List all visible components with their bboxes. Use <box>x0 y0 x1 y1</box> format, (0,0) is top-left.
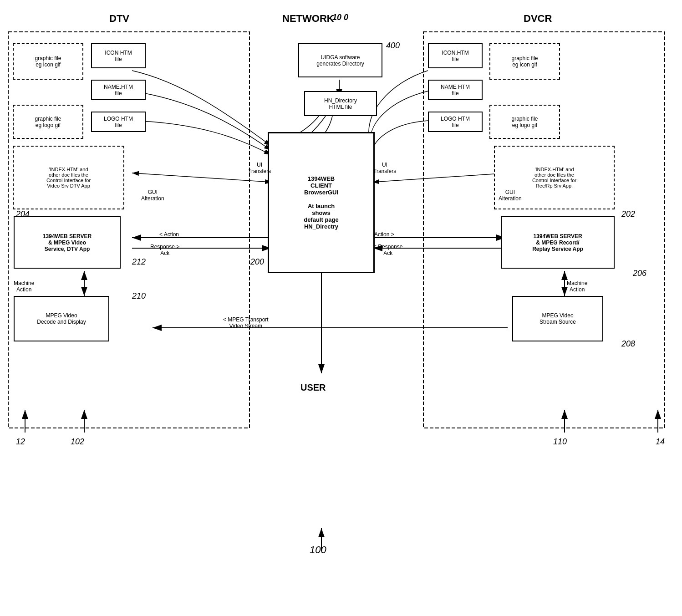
label-102: 102 <box>71 437 84 447</box>
label-100: 100 <box>310 544 326 556</box>
label-400: 400 <box>386 41 400 51</box>
label-action-right: Action > <box>374 231 394 238</box>
label-gui-alteration-left: GUIAlteration <box>141 189 164 202</box>
box-icon-htm-dvcr: ICON.HTMfile <box>428 43 483 68</box>
svg-line-11 <box>372 173 508 182</box>
box-graphic-file-logo-dvcr: graphic fileeg logo gif <box>489 105 560 139</box>
label-200: 200 <box>250 257 264 267</box>
label-208: 208 <box>621 339 635 349</box>
label-machine-action-right: MachineAction <box>567 280 587 293</box>
box-logo-htm-dvcr: LOGO HTMfile <box>428 112 483 132</box>
box-index-htm-dtv: 'INDEX.HTM' andother doc files theContro… <box>13 146 124 209</box>
box-logo-htm-dtv: LOGO HTMfile <box>91 112 146 132</box>
label-mpeg-transport: < MPEG TransportVideo Stream <box>223 316 269 329</box>
label-14: 14 <box>656 437 665 447</box>
heading-network-num: 10 0 <box>332 13 348 22</box>
label-ui-transfers-left: UITransfers <box>248 162 271 174</box>
box-graphic-file-gif-dvcr: graphic fileeg icon gif <box>489 43 560 80</box>
box-icon-htm-dtv: ICON HTMfile <box>91 43 146 68</box>
box-graphic-file-logo-dtv: graphic fileeg logo gif <box>13 105 83 139</box>
box-uidga: UIDGA softwaregenerates Directory <box>298 43 382 77</box>
label-response-left: Response >Ack <box>150 244 179 256</box>
box-web-server-dvcr: 1394WEB SERVER& MPEG Record/Replay Servi… <box>501 216 615 269</box>
box-web-server-dtv: 1394WEB SERVER& MPEG VideoService, DTV A… <box>14 216 121 269</box>
label-206: 206 <box>633 269 646 278</box>
label-210: 210 <box>132 291 146 301</box>
label-machine-action-left: MachineAction <box>14 280 34 293</box>
label-110: 110 <box>553 437 567 447</box>
box-name-htm-dvcr: NAME HTMfile <box>428 80 483 100</box>
label-ui-transfers-right: UITransfers <box>373 162 396 174</box>
heading-network: NETWORK <box>282 13 334 25</box>
label-12: 12 <box>16 437 25 447</box>
label-204: 204 <box>16 209 30 219</box>
box-mpeg-stream: MPEG VideoStream Source <box>512 296 603 341</box>
label-gui-alteration-right: GUIAlteration <box>499 189 522 202</box>
label-response-right: < ResponseAck <box>373 244 402 256</box>
label-user: USER <box>300 382 326 393</box>
box-graphic-file-gif-dtv: graphic fileeg icon gif <box>13 43 83 80</box>
svg-line-6 <box>132 173 272 182</box>
box-name-htm-dtv: NAME.HTMfile <box>91 80 146 100</box>
heading-dvcr: DVCR <box>524 13 552 25</box>
label-202: 202 <box>621 209 635 219</box>
box-hn-directory: HN_DirectoryHTML file <box>304 91 377 116</box>
label-action-left: < Action <box>159 231 179 238</box>
heading-dtv: DTV <box>109 13 129 25</box>
box-mpeg-decode: MPEG VideoDecode and Display <box>14 296 109 341</box>
label-212: 212 <box>132 257 146 267</box>
box-center-client: 1394WEBCLIENTBrowserGUIAt launchshowsdef… <box>268 132 375 273</box>
diagram-area: DTV NETWORK 10 0 DVCR graphic fileeg ico… <box>0 0 682 616</box>
